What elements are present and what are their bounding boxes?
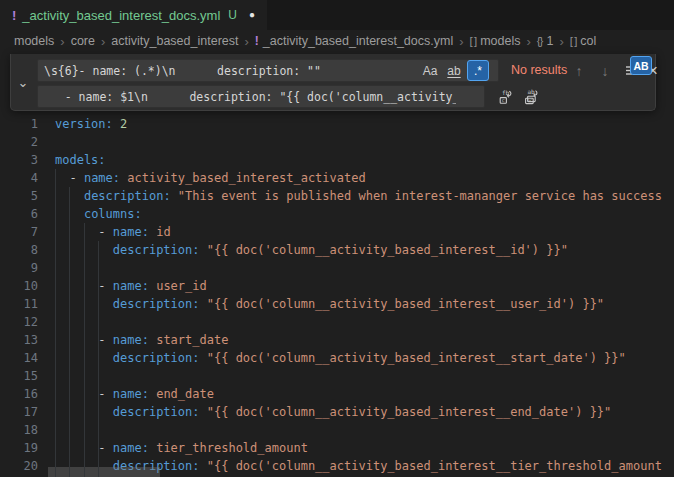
- indent-guide: [98, 241, 99, 477]
- replace-button[interactable]: fb c: [495, 87, 515, 107]
- code-token: "{{ doc('column__activity_based_interest…: [207, 297, 604, 311]
- indent-guide: [84, 223, 85, 477]
- indent-guide: [69, 187, 70, 477]
- code-line-4[interactable]: 4 - name: activity_based_interest_activa…: [0, 169, 674, 187]
- line-number: 8: [0, 241, 38, 259]
- code-token: [171, 189, 178, 203]
- code-line-8[interactable]: 8 description: "{{ doc('column__activity…: [0, 241, 674, 259]
- tab-bar: ! _activity_based_interest_docs.yml U ●: [0, 0, 674, 30]
- code-line-17[interactable]: 17 description: "{{ doc('column__activit…: [0, 403, 674, 421]
- code-token: "{{ doc('column__activity_based_interest…: [207, 459, 662, 473]
- breadcrumb-label: core: [71, 34, 95, 48]
- breadcrumb-item-models[interactable]: models: [14, 34, 54, 48]
- svg-text:ac: ac: [527, 98, 533, 103]
- code-line-9[interactable]: 9: [0, 259, 674, 277]
- code-line-16[interactable]: 16 - name: end_date: [0, 385, 674, 403]
- line-number: 16: [0, 385, 38, 403]
- breadcrumb-label: activity_based_interest: [111, 34, 238, 48]
- code-line-14[interactable]: 14 description: "{{ doc('column__activit…: [0, 349, 674, 367]
- line-number: 14: [0, 349, 38, 367]
- code-line-1[interactable]: 1version: 2: [0, 115, 674, 133]
- line-number: 20: [0, 457, 38, 475]
- code-token: tier_threshold_amount: [156, 441, 308, 455]
- whole-word-button[interactable]: ab: [443, 60, 465, 81]
- code-token: name:: [84, 171, 120, 185]
- code-editor[interactable]: 1version: 223models:4 - name: activity_b…: [0, 115, 674, 475]
- symbol-icon: [ ]: [470, 35, 477, 47]
- code-token: end_date: [156, 387, 214, 401]
- code-token: start_date: [156, 333, 228, 347]
- yaml-file-icon: !: [255, 34, 259, 48]
- code-token: name:: [113, 441, 149, 455]
- code-token: name:: [113, 279, 149, 293]
- code-line-2[interactable]: 2: [0, 133, 674, 151]
- find-results-status: No results: [511, 59, 567, 82]
- code-token: "This event is published when interest-m…: [178, 189, 662, 203]
- code-line-3[interactable]: 3models:: [0, 151, 674, 169]
- next-match-button[interactable]: ↓: [595, 59, 615, 82]
- previous-match-button[interactable]: ↑: [569, 59, 589, 82]
- code-token: 2: [120, 117, 127, 131]
- breadcrumb-item--activity-based-interest-docs-yml[interactable]: !_activity_based_interest_docs.yml: [255, 34, 453, 48]
- code-token: [200, 405, 207, 419]
- breadcrumb: models›core›activity_based_interest›!_ac…: [0, 30, 674, 52]
- code-line-18[interactable]: 18: [0, 421, 674, 439]
- breadcrumb-item-1[interactable]: {}1: [537, 34, 554, 48]
- breadcrumb-item-models[interactable]: [ ]models: [470, 34, 521, 48]
- replace-all-icon: ab ac: [523, 89, 539, 105]
- line-number: 6: [0, 205, 38, 223]
- breadcrumb-label: 1: [546, 34, 553, 48]
- symbol-icon: {}: [537, 35, 543, 47]
- dirty-indicator-icon[interactable]: ●: [249, 0, 255, 30]
- code-line-13[interactable]: 13 - name: start_date: [0, 331, 674, 349]
- code-token: -: [55, 171, 84, 185]
- code-token: [113, 117, 120, 131]
- breadcrumb-label: col: [580, 34, 596, 48]
- regex-button[interactable]: .*: [467, 60, 489, 81]
- code-token: description:: [113, 405, 200, 419]
- git-untracked-badge: U: [228, 8, 237, 22]
- code-line-5[interactable]: 5 description: "This event is published …: [0, 187, 674, 205]
- breadcrumb-separator-icon: ›: [101, 34, 105, 49]
- toggle-replace-chevron-icon[interactable]: ⌄: [11, 54, 35, 110]
- preserve-case-button[interactable]: AB: [630, 56, 652, 75]
- tab-filename: _activity_based_interest_docs.yml: [22, 8, 220, 23]
- replace-all-button[interactable]: ab ac: [521, 87, 541, 107]
- line-number: 7: [0, 223, 38, 241]
- code-token: description:: [113, 243, 200, 257]
- code-line-15[interactable]: 15: [0, 367, 674, 385]
- code-line-11[interactable]: 11 description: "{{ doc('column__activit…: [0, 295, 674, 313]
- code-token: models:: [55, 153, 106, 167]
- match-case-button[interactable]: Aa: [419, 60, 441, 81]
- line-number: 2: [0, 133, 38, 151]
- line-number: 17: [0, 403, 38, 421]
- line-number: 19: [0, 439, 38, 457]
- svg-text:ab: ab: [528, 89, 536, 95]
- breadcrumb-separator-icon: ›: [459, 34, 463, 49]
- whole-word-label: ab: [447, 64, 460, 78]
- replace-input[interactable]: [37, 85, 485, 108]
- line-number: 15: [0, 367, 38, 385]
- breadcrumb-separator-icon: ›: [559, 34, 563, 49]
- breadcrumb-item-activity-based-interest[interactable]: activity_based_interest: [111, 34, 238, 48]
- line-number: 18: [0, 421, 38, 439]
- code-token: name:: [113, 333, 149, 347]
- code-token: "{{ doc('column__activity_based_interest…: [207, 243, 568, 257]
- code-token: id: [156, 225, 170, 239]
- code-token: "{{ doc('column__activity_based_interest…: [207, 351, 626, 365]
- tab-activity-based-interest-docs[interactable]: ! _activity_based_interest_docs.yml U ●: [0, 0, 267, 30]
- yaml-file-icon: !: [12, 8, 16, 23]
- breadcrumb-item-col[interactable]: [ ]col: [570, 34, 597, 48]
- code-line-19[interactable]: 19 - name: tier_threshold_amount: [0, 439, 674, 457]
- breadcrumb-item-core[interactable]: core: [71, 34, 95, 48]
- code-token: "{{ doc('column__activity_based_interest…: [207, 405, 612, 419]
- replace-icon: fb c: [497, 89, 513, 105]
- code-line-10[interactable]: 10 - name: user_id: [0, 277, 674, 295]
- breadcrumb-separator-icon: ›: [526, 34, 530, 49]
- code-line-6[interactable]: 6 columns:: [0, 205, 674, 223]
- code-line-7[interactable]: 7 - name: id: [0, 223, 674, 241]
- code-token: [200, 297, 207, 311]
- breadcrumb-separator-icon: ›: [60, 34, 64, 49]
- horizontal-scrollbar[interactable]: [48, 467, 160, 477]
- code-line-12[interactable]: 12: [0, 313, 674, 331]
